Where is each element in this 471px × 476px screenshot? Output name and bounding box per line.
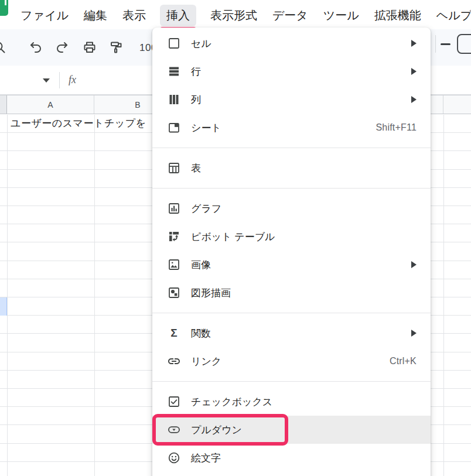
formula-bar-separator — [59, 72, 60, 88]
menu-bar: ファイル編集表示挿入表示形式データツール拡張機能ヘルプ — [0, 0, 471, 29]
menu-item-emoji[interactable]: 絵文字 — [152, 444, 431, 472]
shortcut-label: Shift+F11 — [376, 122, 417, 133]
print-icon[interactable] — [83, 40, 97, 54]
shortcut-label: Ctrl+K — [390, 356, 417, 367]
fx-icon: fx — [69, 74, 76, 86]
menu-item-label: 絵文字 — [191, 451, 221, 465]
checkbox-icon — [167, 395, 181, 409]
menu-item-columns[interactable]: 列 — [152, 85, 431, 114]
cell-icon — [167, 36, 181, 50]
menu-divider — [152, 188, 431, 189]
name-box-dropdown-icon[interactable] — [43, 78, 50, 83]
menu-item-function[interactable]: Σ関数 — [152, 319, 431, 347]
menu-item-sheet[interactable]: シートShift+F11 — [152, 114, 431, 142]
menu-item-label: セル — [191, 37, 211, 50]
column-header-F[interactable]: F — [443, 95, 471, 114]
toolbar-separator — [435, 35, 436, 53]
sheets-logo-detail — [5, 0, 6, 5]
menubar-item-edit[interactable]: 編集 — [83, 5, 108, 26]
menu-item-label: リンク — [191, 355, 221, 368]
menu-item-label: グラフ — [191, 202, 221, 215]
submenu-arrow-icon — [411, 96, 417, 103]
menubar-item-file[interactable]: ファイル — [19, 5, 70, 26]
menubar-item-tools[interactable]: ツール — [322, 5, 360, 26]
menu-item-label: 関数 — [191, 327, 211, 340]
menu-item-table[interactable]: 表 — [152, 154, 431, 182]
emoji-icon — [167, 451, 181, 465]
submenu-arrow-icon — [411, 261, 417, 268]
menu-item-label: 表 — [191, 162, 201, 175]
selected-row-header[interactable] — [0, 297, 7, 316]
sigma-icon: Σ — [167, 326, 181, 340]
link-icon — [167, 354, 181, 368]
minus-icon[interactable] — [441, 43, 450, 45]
menubar-items: ファイル編集表示挿入表示形式データツール拡張機能ヘルプ — [19, 5, 471, 26]
menubar-item-insert[interactable]: 挿入 — [160, 5, 196, 26]
menu-item-rows[interactable]: 行 — [152, 57, 431, 85]
search-icon[interactable] — [0, 40, 6, 54]
svg-text:Σ: Σ — [170, 327, 177, 339]
submenu-arrow-icon — [411, 68, 417, 75]
gridline-col-e-f — [443, 115, 444, 476]
undo-icon[interactable] — [29, 40, 43, 54]
menu-divider — [152, 313, 431, 313]
rows-icon — [167, 64, 181, 78]
menu-item-cells[interactable]: セル — [152, 29, 431, 57]
dropdown-icon — [167, 423, 181, 437]
menu-item-checkbox[interactable]: チェックボックス — [152, 388, 431, 416]
menu-item-dropdown[interactable]: プルダウン — [152, 416, 431, 444]
menubar-item-view[interactable]: 表示 — [121, 5, 147, 26]
insert-menu-panel: セル行列シートShift+F11表グラフピボット テーブル画像図形描画Σ関数リン… — [152, 28, 431, 476]
drawing-icon — [167, 286, 181, 300]
menubar-item-data[interactable]: データ — [271, 5, 309, 26]
submenu-arrow-icon — [411, 330, 417, 337]
submenu-arrow-icon — [411, 40, 417, 47]
menu-item-chart[interactable]: グラフ — [152, 194, 431, 222]
menu-item-label: チェックボックス — [191, 395, 272, 409]
redo-icon[interactable] — [55, 40, 69, 54]
menubar-item-extensions[interactable]: 拡張機能 — [373, 5, 422, 26]
google-sheets-app: ファイル編集表示挿入表示形式データツール拡張機能ヘルプ 100 fx A — [0, 0, 471, 476]
menu-item-image[interactable]: 画像 — [152, 251, 431, 279]
columns-icon — [167, 93, 181, 107]
input-box-outline[interactable] — [457, 34, 471, 54]
menubar-item-format[interactable]: 表示形式 — [209, 5, 258, 26]
image-icon — [167, 258, 181, 272]
column-header-A[interactable]: A — [7, 95, 94, 114]
menu-item-pivot-table[interactable]: ピボット テーブル — [152, 222, 431, 251]
menu-item-link[interactable]: リンクCtrl+K — [152, 347, 431, 375]
menu-item-drawing[interactable]: 図形描画 — [152, 279, 431, 307]
gridline-col-a-b — [94, 115, 95, 476]
sheets-logo-icon[interactable] — [0, 0, 8, 16]
menu-item-label: プルダウン — [191, 423, 242, 437]
paint-format-icon[interactable] — [109, 40, 123, 54]
row-header-divider — [7, 115, 8, 476]
pivot-table-icon — [167, 230, 181, 244]
menu-item-label: 行 — [191, 65, 201, 78]
menu-item-label: 画像 — [191, 258, 211, 272]
menubar-item-help[interactable]: ヘルプ — [435, 5, 471, 26]
chart-icon — [167, 201, 181, 215]
menu-divider — [152, 148, 431, 148]
menu-item-label: ピボット テーブル — [191, 230, 275, 244]
menu-item-label: 図形描画 — [191, 286, 231, 300]
menu-item-label: シート — [191, 121, 221, 135]
menu-divider — [152, 381, 431, 382]
menu-item-label: 列 — [191, 93, 201, 107]
cell-a1-text[interactable]: ユーザーのスマートチップを — [11, 115, 146, 133]
sheet-icon — [167, 121, 181, 135]
table-icon — [167, 161, 181, 175]
select-all-corner[interactable] — [0, 95, 7, 114]
